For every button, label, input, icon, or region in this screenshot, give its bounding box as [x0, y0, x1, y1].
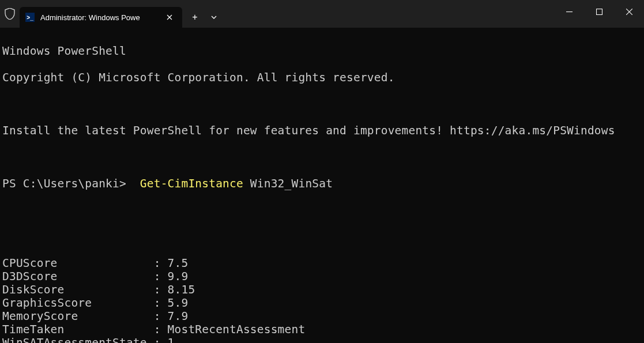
close-icon	[626, 9, 632, 15]
close-window-button[interactable]	[614, 0, 644, 23]
blank-line	[2, 230, 642, 243]
window-controls	[554, 0, 644, 23]
svg-rect-3	[596, 9, 602, 14]
output-row: TimeTaken : MostRecentAssessment	[2, 323, 642, 336]
output-block: CPUScore : 7.5D3DScore : 9.9DiskScore : …	[2, 257, 642, 343]
titlebar: >_ Administrator: Windows Powe +	[0, 0, 644, 28]
terminal-area[interactable]: Windows PowerShell Copyright (C) Microso…	[0, 28, 644, 343]
chevron-down-icon	[211, 16, 217, 19]
output-row: WinSATAssessmentState : 1	[2, 336, 642, 343]
powershell-icon: >_	[25, 13, 35, 22]
prompt: PS C:\Users\panki>	[2, 177, 140, 190]
tab-dropdown-button[interactable]	[205, 7, 223, 28]
cmdlet: Get-CimInstance	[140, 177, 243, 190]
banner-line: Copyright (C) Microsoft Corporation. All…	[2, 71, 642, 84]
blank-line	[2, 150, 642, 164]
tab-title: Administrator: Windows Powe	[40, 13, 160, 22]
minimize-button[interactable]	[554, 0, 584, 23]
install-message: Install the latest PowerShell for new fe…	[2, 124, 642, 137]
maximize-button[interactable]	[584, 0, 614, 23]
cmd-argument: Win32_WinSat	[243, 177, 333, 190]
banner-line: Windows PowerShell	[2, 44, 642, 58]
output-row: GraphicsScore : 5.9	[2, 296, 642, 310]
minimize-icon	[566, 9, 573, 15]
maximize-icon	[596, 9, 602, 15]
app-shield-icon	[0, 0, 20, 28]
blank-line	[2, 97, 642, 111]
tab-powershell[interactable]: >_ Administrator: Windows Powe	[20, 7, 182, 28]
plus-icon: +	[192, 13, 197, 22]
new-tab-button[interactable]: +	[184, 7, 205, 28]
output-row: CPUScore : 7.5	[2, 257, 642, 270]
command-line: PS C:\Users\panki> Get-CimInstance Win32…	[2, 177, 642, 190]
output-row: MemoryScore : 7.9	[2, 310, 642, 323]
blank-line	[2, 203, 642, 217]
output-row: DiskScore : 8.15	[2, 283, 642, 296]
output-row: D3DScore : 9.9	[2, 270, 642, 283]
close-tab-button[interactable]	[164, 12, 175, 23]
